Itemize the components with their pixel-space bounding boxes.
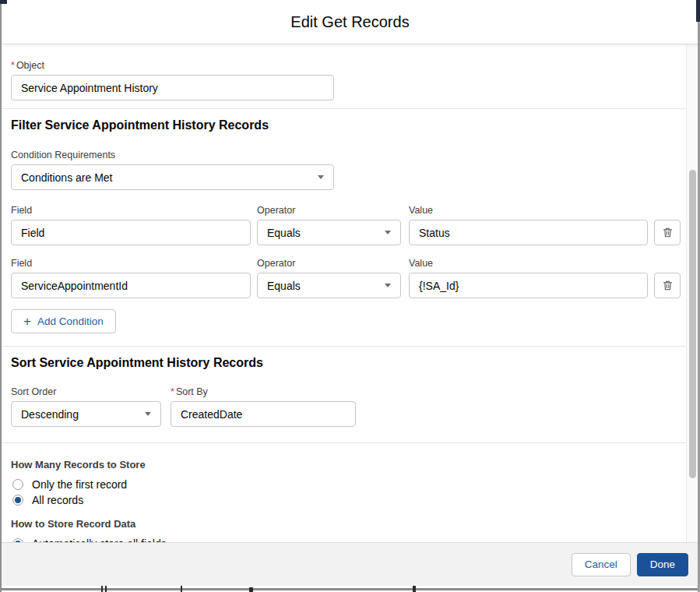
cancel-button[interactable]: Cancel <box>572 553 631 576</box>
chevron-down-icon <box>318 175 324 179</box>
chevron-down-icon <box>145 412 151 416</box>
field-column-label: Field <box>11 204 251 217</box>
object-input[interactable] <box>11 75 334 100</box>
done-button[interactable]: Done <box>637 553 688 576</box>
background-artifact <box>249 587 253 592</box>
how-many-records-label: How Many Records to Store <box>11 459 686 471</box>
background-artifact <box>0 0 7 4</box>
delete-condition-button[interactable] <box>654 220 681 245</box>
modal-footer: Cancel Done <box>0 542 700 586</box>
radio-icon <box>12 479 23 490</box>
object-label: *Object <box>11 59 686 72</box>
chevron-down-icon <box>385 284 391 287</box>
background-artifact <box>105 586 107 592</box>
sort-order-label: Sort Order <box>11 386 161 398</box>
page-title: Edit Get Records <box>290 13 409 31</box>
radio-all-records[interactable]: All records <box>11 492 686 508</box>
condition-field-input[interactable] <box>11 220 251 245</box>
radio-automatically-store-all-fields[interactable]: Automatically store all fields <box>11 536 686 542</box>
delete-condition-button[interactable] <box>654 273 681 298</box>
sort-by-input[interactable] <box>171 401 356 427</box>
operator-column-label: Operator <box>257 257 401 270</box>
scrollbar[interactable] <box>686 44 698 543</box>
storage-section: How Many Records to Store Only the first… <box>0 443 686 542</box>
add-condition-button[interactable]: + Add Condition <box>11 309 116 333</box>
background-strip <box>0 586 700 592</box>
modal-header: Edit Get Records <box>0 0 700 44</box>
object-section: *Object <box>0 44 686 109</box>
condition-requirements-value: Conditions are Met <box>21 171 113 184</box>
modal-body: *Object Filter Service Appointment Histo… <box>0 44 686 542</box>
how-many-records-radio-group: Only the first record All records <box>11 477 686 508</box>
chevron-down-icon <box>385 231 391 234</box>
sort-by-label: *Sort By <box>171 386 356 398</box>
sort-order-select[interactable]: Descending <box>11 401 161 427</box>
condition-value-input[interactable] <box>409 273 648 298</box>
background-artifact <box>181 586 182 592</box>
condition-requirements-select[interactable]: Conditions are Met <box>11 164 334 190</box>
filter-section: Filter Service Appointment History Recor… <box>0 109 686 347</box>
radio-checked-icon <box>12 495 23 506</box>
sort-by-label-text: Sort By <box>176 386 208 397</box>
condition-field-input[interactable] <box>11 273 251 298</box>
radio-label: All records <box>32 494 83 506</box>
condition-operator-value: Equals <box>267 227 301 239</box>
value-column-label: Value <box>409 204 648 217</box>
object-label-text: Object <box>16 60 44 71</box>
plus-icon: + <box>23 315 31 328</box>
required-asterisk: * <box>11 60 15 71</box>
condition-value-input[interactable] <box>409 220 648 245</box>
condition-operator-select[interactable]: Equals <box>257 273 401 298</box>
value-column-label: Value <box>409 257 648 270</box>
condition-operator-value: Equals <box>267 280 301 292</box>
condition-operator-select[interactable]: Equals <box>257 220 401 245</box>
condition-requirements-label: Condition Requirements <box>11 149 686 161</box>
condition-row: Field Operator Equals Value <box>11 204 686 245</box>
how-store-record-data-radio-group: Automatically store all fields Choose fi… <box>11 536 686 542</box>
operator-column-label: Operator <box>257 204 401 217</box>
radio-only-first-record[interactable]: Only the first record <box>11 477 686 492</box>
background-artifact <box>413 586 416 592</box>
how-store-record-data-label: How to Store Record Data <box>11 518 686 530</box>
condition-row: Field Operator Equals Value <box>11 257 686 298</box>
sort-section: Sort Service Appointment History Records… <box>0 347 686 443</box>
edit-get-records-modal: Edit Get Records *Object Filter Service … <box>0 0 700 592</box>
trash-icon <box>662 280 674 291</box>
required-asterisk: * <box>171 386 174 397</box>
background-artifact <box>696 0 700 22</box>
scrollbar-thumb[interactable] <box>689 170 696 478</box>
window-edge <box>0 4 2 592</box>
trash-icon <box>662 227 674 238</box>
sort-order-value: Descending <box>21 408 79 421</box>
add-condition-label: Add Condition <box>37 315 104 327</box>
sort-section-heading: Sort Service Appointment History Records <box>11 355 686 370</box>
radio-label: Only the first record <box>32 478 127 491</box>
field-column-label: Field <box>11 257 251 270</box>
filter-section-heading: Filter Service Appointment History Recor… <box>11 118 686 132</box>
background-artifact <box>101 586 103 592</box>
